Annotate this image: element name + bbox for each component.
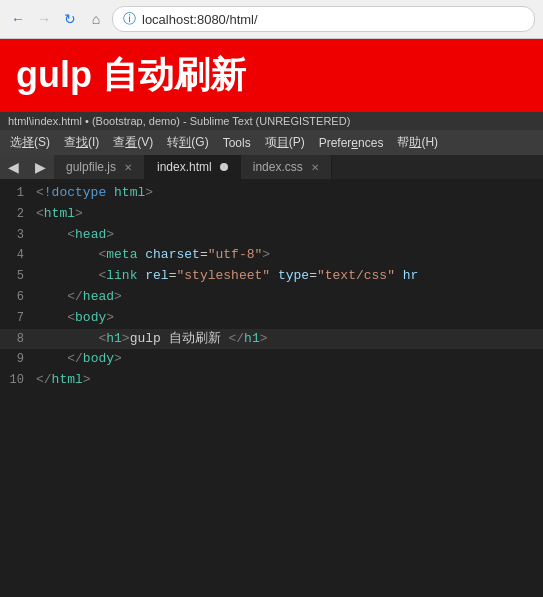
code-line-8: 8 <h1>gulp 自动刷新 </h1> xyxy=(0,329,543,350)
tab-gulpfile-label: gulpfile.js xyxy=(66,160,116,174)
line-content-6: </head> xyxy=(36,287,543,308)
reload-button[interactable]: ↻ xyxy=(60,9,80,29)
sublime-titlebar: html\index.html • (Bootstrap, demo) - Su… xyxy=(0,112,543,130)
line-num-9: 9 xyxy=(0,350,36,369)
info-icon: ⓘ xyxy=(123,10,136,28)
menu-project[interactable]: 项目(P) xyxy=(259,132,311,153)
line-num-8: 8 xyxy=(0,330,36,349)
code-line-2: 2 <html> xyxy=(0,204,543,225)
line-num-7: 7 xyxy=(0,309,36,328)
menu-goto[interactable]: 转到(G) xyxy=(161,132,214,153)
code-line-3: 3 <head> xyxy=(0,225,543,246)
sublime-editor: html\index.html • (Bootstrap, demo) - Su… xyxy=(0,112,543,395)
line-content-4: <meta charset="utf-8"> xyxy=(36,245,543,266)
browser-chrome: ← → ↻ ⌂ ⓘ localhost:8080/html/ xyxy=(0,0,543,39)
webpage-banner: gulp 自动刷新 xyxy=(0,39,543,112)
url-text: localhost:8080/html/ xyxy=(142,12,258,27)
menu-view[interactable]: 查看(V) xyxy=(107,132,159,153)
line-num-10: 10 xyxy=(0,371,36,390)
code-line-10: 10 </html> xyxy=(0,370,543,391)
line-content-1: <!doctype html> xyxy=(36,183,543,204)
webpage-heading: gulp 自动刷新 xyxy=(16,51,527,100)
tabs-bar: ◀ ▶ gulpfile.js ✕ index.html index.css ✕ xyxy=(0,155,543,179)
tab-index-css-label: index.css xyxy=(253,160,303,174)
line-content-2: <html> xyxy=(36,204,543,225)
tab-prev-button[interactable]: ◀ xyxy=(0,155,27,179)
code-editor: 1 <!doctype html> 2 <html> 3 <head> 4 <m… xyxy=(0,179,543,395)
line-content-8: <h1>gulp 自动刷新 </h1> xyxy=(36,329,543,350)
code-line-4: 4 <meta charset="utf-8"> xyxy=(0,245,543,266)
forward-button[interactable]: → xyxy=(34,9,54,29)
menu-help[interactable]: 帮助(H) xyxy=(391,132,444,153)
line-content-10: </html> xyxy=(36,370,543,391)
webpage-content: gulp 自动刷新 xyxy=(0,39,543,112)
tab-next-button[interactable]: ▶ xyxy=(27,155,54,179)
code-line-9: 9 </body> xyxy=(0,349,543,370)
tab-index-html-dot xyxy=(220,163,228,171)
line-num-3: 3 xyxy=(0,226,36,245)
line-content-3: <head> xyxy=(36,225,543,246)
code-line-7: 7 <body> xyxy=(0,308,543,329)
line-content-5: <link rel="stylesheet" type="text/css" h… xyxy=(36,266,543,287)
tab-index-css-close[interactable]: ✕ xyxy=(311,162,319,173)
address-bar[interactable]: ⓘ localhost:8080/html/ xyxy=(112,6,535,32)
line-num-1: 1 xyxy=(0,184,36,203)
menu-preferences[interactable]: Preferences xyxy=(313,134,390,152)
menu-tools[interactable]: Tools xyxy=(217,134,257,152)
code-line-5: 5 <link rel="stylesheet" type="text/css"… xyxy=(0,266,543,287)
tab-index-css[interactable]: index.css ✕ xyxy=(241,155,332,179)
line-content-9: </body> xyxy=(36,349,543,370)
tab-index-html[interactable]: index.html xyxy=(145,155,241,179)
menu-select[interactable]: 选择(S) xyxy=(4,132,56,153)
home-button[interactable]: ⌂ xyxy=(86,9,106,29)
tab-gulpfile-close[interactable]: ✕ xyxy=(124,162,132,173)
line-num-4: 4 xyxy=(0,246,36,265)
menu-find[interactable]: 查找(I) xyxy=(58,132,105,153)
line-num-5: 5 xyxy=(0,267,36,286)
code-line-1: 1 <!doctype html> xyxy=(0,183,543,204)
back-button[interactable]: ← xyxy=(8,9,28,29)
line-num-6: 6 xyxy=(0,288,36,307)
tab-gulpfile[interactable]: gulpfile.js ✕ xyxy=(54,155,145,179)
line-num-2: 2 xyxy=(0,205,36,224)
code-line-6: 6 </head> xyxy=(0,287,543,308)
line-content-7: <body> xyxy=(36,308,543,329)
sublime-menubar: 选择(S) 查找(I) 查看(V) 转到(G) Tools 项目(P) Pref… xyxy=(0,130,543,155)
tab-index-html-label: index.html xyxy=(157,160,212,174)
browser-toolbar: ← → ↻ ⌂ ⓘ localhost:8080/html/ xyxy=(0,0,543,38)
